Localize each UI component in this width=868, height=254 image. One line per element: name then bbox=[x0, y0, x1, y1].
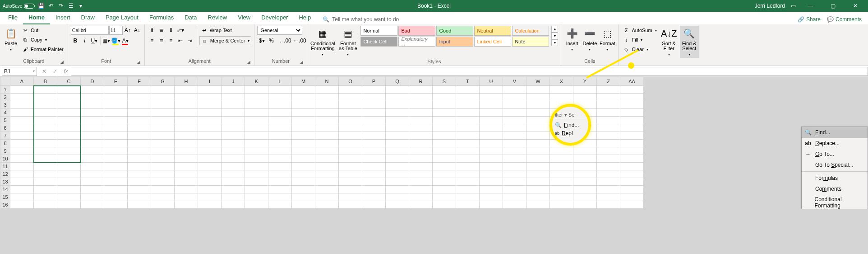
cell[interactable] bbox=[339, 101, 362, 109]
cell[interactable] bbox=[386, 109, 409, 117]
cut-button[interactable]: ✂Cut bbox=[20, 26, 65, 35]
cell[interactable] bbox=[362, 163, 386, 170]
cell[interactable] bbox=[268, 117, 292, 124]
cell[interactable] bbox=[620, 101, 644, 109]
cell[interactable] bbox=[292, 147, 315, 155]
row-header[interactable]: 10 bbox=[0, 155, 10, 163]
column-header[interactable]: Z bbox=[597, 77, 620, 86]
cell[interactable] bbox=[104, 140, 128, 147]
cell[interactable] bbox=[573, 94, 597, 101]
cell[interactable] bbox=[409, 193, 433, 201]
fill-color-button[interactable]: 🪣▾ bbox=[111, 36, 120, 45]
cell[interactable] bbox=[362, 140, 386, 147]
insert-cells-button[interactable]: ➕Insert▾ bbox=[564, 26, 580, 53]
cell[interactable] bbox=[151, 170, 175, 178]
cell[interactable] bbox=[292, 193, 315, 201]
cell[interactable] bbox=[198, 124, 222, 132]
cell[interactable] bbox=[81, 132, 104, 140]
cell[interactable] bbox=[503, 117, 526, 124]
column-header[interactable]: I bbox=[198, 77, 222, 86]
sort-filter-button[interactable]: A↓ZSort & Filter▾ bbox=[660, 26, 679, 58]
cell[interactable] bbox=[526, 140, 550, 147]
cancel-formula-button[interactable]: ✕ bbox=[39, 67, 50, 76]
row-header[interactable]: 12 bbox=[0, 170, 10, 178]
cell[interactable] bbox=[268, 94, 292, 101]
cell[interactable] bbox=[151, 132, 175, 140]
row-header[interactable]: 16 bbox=[0, 201, 10, 209]
cell[interactable] bbox=[339, 147, 362, 155]
cell[interactable] bbox=[198, 155, 222, 163]
cell[interactable] bbox=[456, 193, 480, 201]
cell[interactable] bbox=[386, 86, 409, 94]
cell[interactable] bbox=[480, 101, 503, 109]
cell[interactable] bbox=[57, 163, 81, 170]
cell[interactable] bbox=[620, 155, 644, 163]
decrease-font-button[interactable]: A↓ bbox=[133, 26, 142, 35]
cell[interactable] bbox=[151, 147, 175, 155]
column-header[interactable]: K bbox=[245, 77, 268, 86]
cell[interactable] bbox=[597, 155, 620, 163]
tab-draw[interactable]: Draw bbox=[76, 11, 100, 24]
user-name[interactable]: Jerri Ledford bbox=[755, 3, 785, 9]
font-size-combo[interactable] bbox=[109, 26, 123, 35]
cell[interactable] bbox=[292, 124, 315, 132]
cell[interactable] bbox=[315, 117, 339, 124]
cell[interactable] bbox=[386, 147, 409, 155]
cell-style-bad[interactable]: Bad bbox=[398, 26, 435, 36]
column-header[interactable]: A bbox=[10, 77, 34, 86]
cell[interactable] bbox=[503, 163, 526, 170]
cell[interactable] bbox=[597, 124, 620, 132]
cell[interactable] bbox=[128, 193, 151, 201]
menu-item-comments[interactable]: Comments bbox=[802, 183, 868, 194]
cell[interactable] bbox=[573, 155, 597, 163]
cell[interactable] bbox=[573, 186, 597, 193]
format-cells-button[interactable]: ⬚Format▾ bbox=[599, 26, 615, 53]
cell[interactable] bbox=[10, 147, 34, 155]
column-header[interactable]: H bbox=[175, 77, 198, 86]
cell[interactable] bbox=[433, 132, 456, 140]
cell[interactable] bbox=[81, 117, 104, 124]
cell[interactable] bbox=[526, 132, 550, 140]
cell[interactable] bbox=[386, 132, 409, 140]
cell[interactable] bbox=[10, 86, 34, 94]
cell[interactable] bbox=[339, 86, 362, 94]
cell[interactable] bbox=[128, 101, 151, 109]
cell[interactable] bbox=[315, 94, 339, 101]
cell[interactable] bbox=[339, 186, 362, 193]
cell[interactable] bbox=[409, 147, 433, 155]
cell[interactable] bbox=[620, 86, 644, 94]
cell[interactable] bbox=[198, 170, 222, 178]
cell[interactable] bbox=[104, 132, 128, 140]
cell[interactable] bbox=[292, 163, 315, 170]
cell[interactable] bbox=[57, 140, 81, 147]
column-header[interactable]: AA bbox=[620, 77, 644, 86]
cell[interactable] bbox=[57, 132, 81, 140]
row-header[interactable]: 2 bbox=[0, 94, 10, 101]
cell[interactable] bbox=[198, 163, 222, 170]
cell[interactable] bbox=[362, 132, 386, 140]
cell[interactable] bbox=[245, 163, 268, 170]
cell[interactable] bbox=[222, 124, 245, 132]
cell[interactable] bbox=[433, 117, 456, 124]
row-header[interactable]: 8 bbox=[0, 140, 10, 147]
cell[interactable] bbox=[503, 132, 526, 140]
cell[interactable] bbox=[597, 163, 620, 170]
cell[interactable] bbox=[339, 201, 362, 209]
cell[interactable] bbox=[597, 117, 620, 124]
cell[interactable] bbox=[57, 101, 81, 109]
cell[interactable] bbox=[151, 155, 175, 163]
cell[interactable] bbox=[222, 101, 245, 109]
cell[interactable] bbox=[339, 109, 362, 117]
cell[interactable] bbox=[268, 170, 292, 178]
cell[interactable] bbox=[104, 170, 128, 178]
formula-input[interactable] bbox=[71, 67, 868, 76]
cell[interactable] bbox=[175, 101, 198, 109]
paste-button[interactable]: 📋 Paste▾ bbox=[3, 26, 19, 54]
cell[interactable] bbox=[409, 101, 433, 109]
cell[interactable] bbox=[597, 201, 620, 209]
cell[interactable] bbox=[245, 201, 268, 209]
decrease-decimal-button[interactable]: ←.00 bbox=[295, 36, 304, 45]
cell[interactable] bbox=[409, 170, 433, 178]
cell[interactable] bbox=[81, 178, 104, 186]
cell[interactable] bbox=[222, 178, 245, 186]
